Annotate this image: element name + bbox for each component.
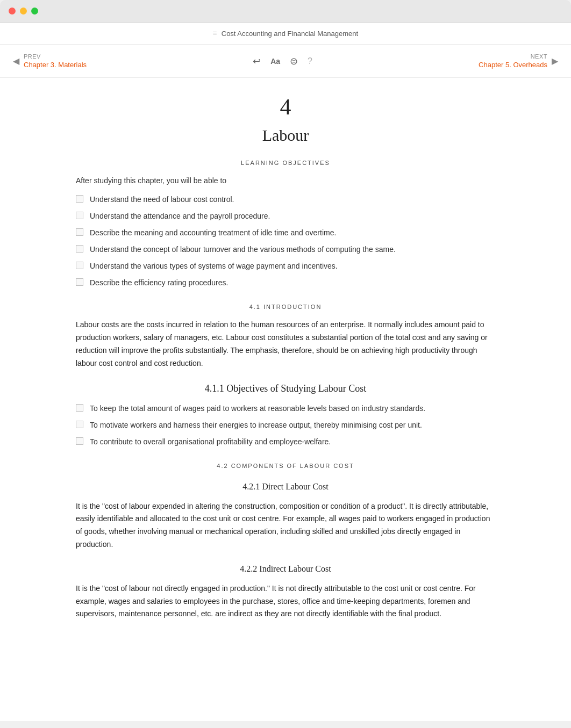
book-title: Cost Accounting and Financial Management bbox=[222, 30, 358, 38]
learning-objectives-heading: LEARNING OBJECTIVES bbox=[76, 160, 495, 166]
list-item: To motivate workers and harness their en… bbox=[76, 420, 495, 431]
content-area: 4 Labour LEARNING OBJECTIVES After study… bbox=[44, 78, 527, 664]
bullet-box bbox=[76, 437, 83, 445]
bullet-box bbox=[76, 245, 83, 253]
objective-text: Understand the attendance and the payrol… bbox=[90, 211, 270, 222]
intro-section-heading: 4.1 INTRODUCTION bbox=[76, 304, 495, 310]
chapter-title: Labour bbox=[76, 126, 495, 145]
subsection-1-list: To keep the total amount of wages paid t… bbox=[76, 403, 495, 448]
traffic-light-red[interactable] bbox=[9, 8, 16, 15]
objective-text: Understand the need of labour cost contr… bbox=[90, 194, 234, 205]
subsection-item-text: To contribute to overall organisational … bbox=[90, 436, 331, 448]
objectives-list: Understand the need of labour cost contr… bbox=[76, 194, 495, 289]
prev-label: PREV bbox=[24, 53, 41, 60]
nav-next[interactable]: NEXT Chapter 5. Overheads bbox=[479, 53, 547, 69]
objective-text: Describe the meaning and accounting trea… bbox=[90, 227, 336, 239]
list-item: Describe the efficiency rating procedure… bbox=[76, 277, 495, 289]
traffic-light-yellow[interactable] bbox=[20, 8, 27, 15]
section-2-1-heading: 4.2.1 Direct Labour Cost bbox=[76, 482, 495, 492]
list-item: Understand the concept of labour turnove… bbox=[76, 244, 495, 255]
bullet-box bbox=[76, 228, 83, 236]
menu-icon[interactable]: ≡ bbox=[213, 29, 217, 38]
next-label: NEXT bbox=[531, 53, 547, 60]
bullet-box bbox=[76, 278, 83, 286]
next-chapter: Chapter 5. Overheads bbox=[479, 61, 547, 69]
subsection-1-heading: 4.1.1 Objectives of Studying Labour Cost bbox=[76, 383, 495, 394]
prev-chapter: Chapter 3. Materials bbox=[24, 61, 87, 69]
list-item: To contribute to overall organisational … bbox=[76, 436, 495, 448]
window-chrome bbox=[0, 0, 571, 23]
bullet-box bbox=[76, 262, 83, 269]
objective-text: Understand the concept of labour turnove… bbox=[90, 244, 396, 255]
list-item: To keep the total amount of wages paid t… bbox=[76, 403, 495, 414]
bullet-box bbox=[76, 195, 83, 203]
intro-paragraph: Labour costs are the costs incurred in r… bbox=[76, 319, 495, 370]
text-size-button[interactable]: Aa bbox=[270, 57, 280, 66]
nav-bar: ◀ PREV Chapter 3. Materials ↩ Aa ⊜ ? NEX… bbox=[0, 45, 571, 78]
section-2-heading: 4.2 COMPONENTS OF LABOUR COST bbox=[76, 463, 495, 469]
objective-text: Understand the various types of systems … bbox=[90, 261, 338, 272]
section-2-2-heading: 4.2.2 Indirect Labour Cost bbox=[76, 564, 495, 574]
list-item: Understand the various types of systems … bbox=[76, 261, 495, 272]
top-toolbar: ≡ Cost Accounting and Financial Manageme… bbox=[0, 23, 571, 45]
next-arrow-icon: ▶ bbox=[552, 56, 558, 66]
prev-arrow-icon: ◀ bbox=[13, 56, 19, 66]
chapter-number: 4 bbox=[76, 94, 495, 120]
nav-prev[interactable]: PREV Chapter 3. Materials bbox=[24, 53, 87, 69]
bullet-box bbox=[76, 421, 83, 428]
list-item: Understand the need of labour cost contr… bbox=[76, 194, 495, 205]
toolbar-icons: ↩ Aa ⊜ ? bbox=[253, 55, 312, 67]
section-2-1-paragraph: It is the "cost of labour expended in al… bbox=[76, 500, 495, 551]
window-body: ≡ Cost Accounting and Financial Manageme… bbox=[0, 23, 571, 721]
help-button[interactable]: ? bbox=[308, 56, 312, 66]
traffic-light-green[interactable] bbox=[31, 8, 38, 15]
bullet-box bbox=[76, 404, 83, 412]
bullet-box bbox=[76, 212, 83, 219]
list-item: Understand the attendance and the payrol… bbox=[76, 211, 495, 222]
section-2-2-paragraph: It is the "cost of labour not directly e… bbox=[76, 582, 495, 621]
nav-prev-wrap[interactable]: ◀ PREV Chapter 3. Materials bbox=[13, 53, 87, 69]
list-item: Describe the meaning and accounting trea… bbox=[76, 227, 495, 239]
share-button[interactable]: ↩ bbox=[253, 55, 261, 67]
subsection-item-text: To motivate workers and harness their en… bbox=[90, 420, 422, 431]
subsection-item-text: To keep the total amount of wages paid t… bbox=[90, 403, 425, 414]
nav-next-wrap[interactable]: NEXT Chapter 5. Overheads ▶ bbox=[479, 53, 558, 69]
learning-objectives-intro: After studying this chapter, you will be… bbox=[76, 175, 495, 186]
objective-text: Describe the efficiency rating procedure… bbox=[90, 277, 228, 289]
layers-button[interactable]: ⊜ bbox=[290, 55, 298, 67]
